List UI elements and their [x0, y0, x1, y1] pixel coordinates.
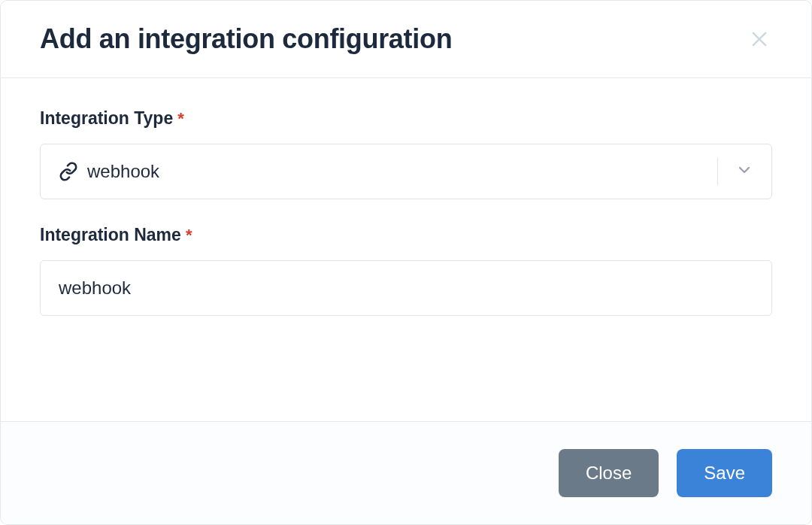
link-icon	[59, 162, 78, 181]
modal-header: Add an integration configuration	[1, 1, 811, 78]
select-separator	[717, 158, 718, 185]
integration-name-field: Integration Name *	[40, 225, 772, 316]
integration-name-label: Integration Name *	[40, 225, 772, 245]
close-button[interactable]: Close	[559, 449, 659, 497]
add-integration-modal: Add an integration configuration Integra…	[0, 0, 812, 525]
chevron-down-icon	[735, 161, 753, 182]
save-button[interactable]: Save	[677, 449, 772, 497]
modal-footer: Close Save	[1, 421, 811, 524]
modal-title: Add an integration configuration	[40, 23, 452, 55]
integration-type-value: webhook	[87, 161, 159, 182]
required-asterisk: *	[177, 109, 184, 129]
integration-type-label-text: Integration Type	[40, 108, 173, 129]
modal-body: Integration Type * webhook	[1, 78, 811, 421]
select-dropdown-indicator[interactable]	[717, 144, 771, 199]
integration-type-select[interactable]: webhook	[40, 144, 772, 199]
integration-type-selected: webhook	[41, 144, 717, 199]
integration-name-label-text: Integration Name	[40, 225, 181, 245]
integration-type-label: Integration Type *	[40, 108, 772, 129]
required-asterisk: *	[186, 226, 192, 245]
integration-name-input[interactable]	[40, 260, 772, 316]
close-icon[interactable]	[747, 26, 772, 52]
integration-type-field: Integration Type * webhook	[40, 108, 772, 199]
